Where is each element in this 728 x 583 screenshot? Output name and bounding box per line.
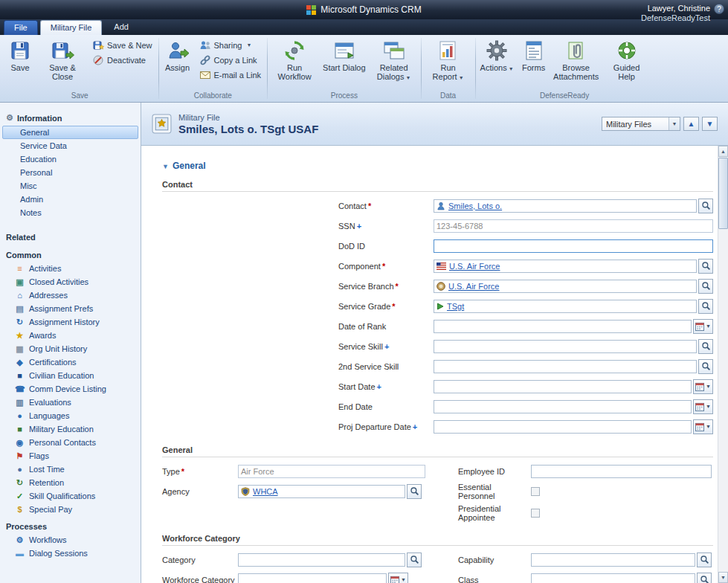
chevron-down-icon: ▼ (706, 323, 711, 329)
related-item-org-unit-history[interactable]: ▦Org Unit History (0, 342, 141, 355)
scrollbar-thumb[interactable] (718, 158, 728, 229)
help-icon[interactable]: ? (714, 4, 724, 14)
related-item-skill-qualifications[interactable]: ✓Skill Qualifications (0, 489, 141, 503)
sharing-button[interactable]: Sharing ▼ (197, 39, 264, 51)
related-item-closed-activities[interactable]: ▣Closed Activities (0, 275, 141, 289)
related-item-civilian-education[interactable]: ■Civilian Education (0, 369, 141, 382)
save-and-close-button[interactable]: Save & Close (37, 36, 88, 83)
related-item-assignment-history[interactable]: ↻Assignment History (0, 315, 141, 329)
related-dialogs-button[interactable]: Related Dialogs▼ (369, 36, 419, 85)
nav-item-general[interactable]: General (2, 126, 138, 139)
service-branch-lookup-button[interactable] (698, 279, 713, 294)
browse-attachments-button[interactable]: Browse Attachments (551, 36, 602, 83)
tab-file[interactable]: File (4, 20, 38, 35)
email-a-link-button[interactable]: E-mail a Link (197, 68, 264, 81)
capability-lookup-button[interactable] (697, 553, 712, 567)
tab-military-file[interactable]: Military File (40, 20, 103, 35)
service-grade-link[interactable]: TSgt (447, 302, 464, 311)
scroll-down-button[interactable]: ▼ (718, 572, 728, 583)
component-lookup-button[interactable] (698, 259, 713, 274)
capability-field[interactable] (531, 553, 695, 567)
second-service-skill-lookup-button[interactable] (698, 359, 713, 374)
chevron-down-icon[interactable]: ▼ (669, 117, 680, 130)
related-item-awards[interactable]: ★Awards (0, 329, 141, 342)
category-lookup-button[interactable] (407, 553, 422, 567)
second-service-skill-field[interactable] (434, 360, 697, 373)
forms-button[interactable]: Forms (517, 36, 551, 74)
end-date-field[interactable] (434, 400, 692, 413)
class-field[interactable] (531, 573, 695, 583)
service-skill-field[interactable] (434, 340, 697, 353)
run-report-button[interactable]: Run Report▼ (423, 36, 474, 85)
run-workflow-button[interactable]: Run Workflow (269, 36, 320, 83)
view-selector[interactable]: Military Files ▼ (602, 117, 680, 131)
component-field[interactable]: U.S. Air Force (434, 260, 697, 273)
related-item-evaluations[interactable]: ▥Evaluations (0, 396, 141, 409)
dod-id-field[interactable] (434, 239, 713, 253)
start-date-datepicker-button[interactable]: ▼ (693, 379, 713, 394)
form-scrollbar[interactable]: ▲ ▼ (718, 146, 728, 583)
tab-add[interactable]: Add (104, 20, 138, 35)
start-date-field[interactable] (434, 380, 692, 393)
service-branch-link[interactable]: U.S. Air Force (448, 282, 499, 291)
save-and-new-button[interactable]: Save & New (90, 39, 155, 51)
scroll-up-button[interactable]: ▲ (718, 146, 728, 157)
service-grade-field[interactable]: TSgt (434, 300, 697, 313)
nav-item-notes[interactable]: Notes (2, 206, 138, 219)
agency-link[interactable]: WHCA (253, 487, 278, 496)
related-item-addresses[interactable]: ⌂Addresses (0, 289, 141, 302)
end-date-datepicker-button[interactable]: ▼ (693, 399, 713, 414)
category-field[interactable] (238, 553, 405, 567)
service-grade-lookup-button[interactable] (698, 299, 713, 314)
proj-departure-date-field[interactable] (434, 420, 692, 434)
deactivate-button[interactable]: Deactivate (90, 54, 155, 66)
workforce-category-field[interactable] (238, 573, 387, 583)
related-item-comm-device-listing[interactable]: ☎Comm Device Listing (0, 382, 141, 396)
assign-button[interactable]: Assign (161, 36, 195, 74)
related-item-flags[interactable]: ⚑Flags (0, 449, 141, 463)
contact-link[interactable]: Smiles, Lots o. (448, 202, 502, 210)
previous-record-button[interactable]: ▲ (683, 117, 699, 131)
actions-button[interactable]: Actions▼ (477, 36, 517, 76)
nav-item-service-data[interactable]: Service Data (2, 139, 138, 152)
nav-item-misc[interactable]: Misc (2, 179, 138, 193)
related-item-activities[interactable]: ≡Activities (0, 262, 141, 275)
section-general-header[interactable]: ▼General (162, 161, 713, 171)
guided-help-button[interactable]: Guided Help (602, 36, 652, 83)
contact-field[interactable]: Smiles, Lots o. (434, 199, 697, 213)
related-item-lost-time[interactable]: ●Lost Time (0, 463, 141, 476)
related-item-assignment-prefs[interactable]: ▤Assignment Prefs (0, 302, 141, 315)
service-skill-lookup-button[interactable] (698, 339, 713, 354)
related-item-military-education[interactable]: ■Military Education (0, 422, 141, 436)
save-and-new-icon (92, 39, 104, 51)
related-item-personal-contacts[interactable]: ◉Personal Contacts (0, 436, 141, 449)
component-link[interactable]: U.S. Air Force (449, 262, 500, 271)
forms-icon (522, 39, 546, 62)
nav-item-admin[interactable]: Admin (2, 193, 138, 206)
date-of-rank-field[interactable] (434, 320, 692, 333)
copy-a-link-button[interactable]: Copy a Link (197, 54, 264, 66)
related-item-languages[interactable]: ●Languages (0, 409, 141, 422)
agency-field[interactable]: WHCA (238, 485, 405, 498)
service-branch-field[interactable]: U.S. Air Force (434, 280, 697, 293)
employee-id-field[interactable] (531, 465, 712, 478)
related-item-certifications[interactable]: ◆Certifications (0, 355, 141, 369)
class-lookup-button[interactable] (697, 573, 712, 583)
related-item-special-pay[interactable]: $Special Pay (0, 503, 141, 516)
date-of-rank-datepicker-button[interactable]: ▼ (693, 319, 713, 334)
field-row-2nd-service-skill: 2nd Service Skill (162, 356, 713, 376)
related-item-workflows[interactable]: ⚙Workflows (0, 533, 141, 547)
contact-lookup-button[interactable] (698, 199, 713, 213)
nav-item-personal[interactable]: Personal (2, 166, 138, 179)
presidential-appointee-checkbox[interactable] (531, 509, 540, 518)
proj-departure-datepicker-button[interactable]: ▼ (693, 419, 713, 434)
essential-personnel-checkbox[interactable] (531, 487, 540, 496)
agency-lookup-button[interactable] (407, 484, 422, 499)
nav-item-education[interactable]: Education (2, 152, 138, 166)
workforce-category-picker-button[interactable]: ▼ (388, 573, 408, 583)
related-item-retention[interactable]: ↻Retention (0, 476, 141, 489)
save-button[interactable]: Save (3, 36, 37, 74)
next-record-button[interactable]: ▼ (702, 117, 718, 131)
start-dialog-button[interactable]: Start Dialog (320, 36, 368, 74)
related-item-dialog-sessions[interactable]: ▬Dialog Sessions (0, 547, 141, 560)
